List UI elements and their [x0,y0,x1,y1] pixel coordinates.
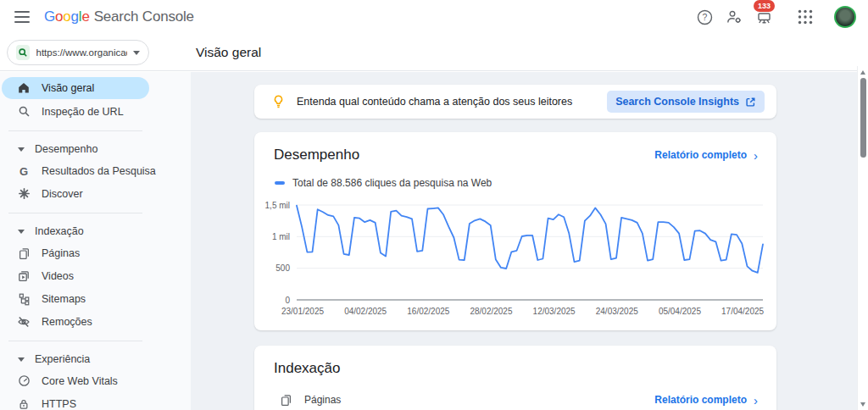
svg-text:0: 0 [285,296,290,305]
sidebar-divider [8,213,142,213]
sidebar-item-label: Sitemaps [42,293,86,305]
sidebar-section-experiencia[interactable]: Experiência [0,349,191,369]
sidebar-item-label: Inspeção de URL [42,106,124,118]
svg-text:04/02/2025: 04/02/2025 [344,307,387,316]
svg-text:28/02/2025: 28/02/2025 [470,307,512,316]
cwv-icon [17,374,31,388]
svg-text:12/03/2025: 12/03/2025 [533,307,576,316]
chevron-down-icon [133,51,140,55]
sidebar-item-resultados-da-pesquisa[interactable]: GResultados da Pesquisa [0,159,149,182]
apps-grid-icon[interactable] [794,6,816,28]
indexing-pages-row: Páginas Relatório completo › [254,393,776,407]
pages-icon [17,247,31,260]
property-url: https://www.organicadi... [36,47,127,58]
scroll-up-arrow[interactable] [860,70,865,75]
help-icon[interactable]: ? [693,6,715,28]
svg-text:23/01/2025: 23/01/2025 [281,307,324,316]
app-logo-label: Search Console [94,8,194,25]
sidebar-item-label: Visão geral [42,82,94,94]
search-console-insights-button[interactable]: Search Console Insights [607,91,765,113]
home-icon [17,81,31,95]
svg-text:05/04/2025: 05/04/2025 [659,307,701,316]
chevron-right-icon: › [754,149,758,162]
sidebar-item-visao-geral[interactable]: Visão geral [2,77,149,99]
external-link-icon [745,97,756,108]
sidebar-divider [8,130,142,131]
indexing-full-report-link[interactable]: Relatório completo › [654,394,758,407]
sidebar-item-discover[interactable]: Discover [0,182,149,205]
indexing-row-label: Páginas [304,394,341,406]
sidebar-item-label: Videos [42,270,74,282]
sidebar-divider [8,341,142,341]
insights-button-label: Search Console Insights [615,96,739,108]
caret-down-icon [18,357,25,362]
sidebar-section-desempenho[interactable]: Desempenho [0,139,191,159]
report-link-label: Relatório completo [654,394,747,406]
report-link-label: Relatório completo [654,149,747,161]
sidebar-item-paginas[interactable]: Páginas [0,241,149,264]
sidebar: Visão geralInspeção de URLDesempenhoGRes… [0,72,191,410]
property-selector[interactable]: https://www.organicadi... [7,40,149,65]
sidebar-section-indexacao[interactable]: Indexação [0,221,191,241]
menu-icon[interactable] [12,7,32,27]
svg-text:500: 500 [275,263,290,273]
sidebar-item-label: Discover [42,188,83,200]
indexing-card-title: Indexação [274,360,340,377]
search-icon [17,105,31,119]
section-label: Experiência [35,353,90,365]
sidebar-item-label: Core Web Vitals [42,375,118,387]
scrollbar-thumb[interactable] [860,78,866,158]
sidebar-item-sitemaps[interactable]: Sitemaps [0,287,149,310]
scroll-down-arrow[interactable] [860,402,865,407]
sidebar-item-label: HTTPS [42,398,76,410]
top-bar: Google Search Console ? 133 [0,0,868,34]
user-settings-icon[interactable] [723,6,745,28]
pages-icon [280,393,293,407]
sidebar-item-core-web-vitals[interactable]: Core Web Vitals [0,369,149,392]
app-logo: Google Search Console [44,8,194,25]
announcements-icon[interactable]: 133 [753,6,775,28]
g-icon: G [17,164,31,178]
subheader: https://www.organicadi... Visão geral [0,34,868,71]
svg-text:1 mil: 1 mil [272,232,290,241]
caret-down-icon [18,230,25,234]
performance-card-title: Desempenho [274,147,359,163]
svg-text:G: G [19,164,28,177]
performance-full-report-link[interactable]: Relatório completo › [654,149,758,162]
svg-text:1,5 mil: 1,5 mil [265,201,290,210]
vertical-scrollbar[interactable] [857,66,868,410]
page-title: Visão geral [196,45,261,60]
caret-down-icon [18,147,25,152]
insights-banner: Entenda qual conteúdo chama a atenção do… [254,85,776,119]
clicks-line-chart[interactable]: 05001 mil1,5 mil23/01/202504/02/202516/0… [254,185,776,320]
sidebar-item-label: Páginas [42,247,80,259]
section-label: Indexação [35,225,84,237]
svg-text:24/03/2025: 24/03/2025 [596,307,638,316]
svg-text:17/04/2025: 17/04/2025 [721,307,764,316]
section-label: Desempenho [35,143,97,155]
main-area: Visão geralInspeção de URLDesempenhoGRes… [0,72,868,410]
sitemaps-icon [17,292,31,306]
sidebar-item-https[interactable]: HTTPS [0,392,149,410]
svg-text:?: ? [702,12,707,22]
google-logo-text: Google [44,8,90,25]
sidebar-item-label: Remoções [42,316,92,328]
sidebar-item-inspecao-de-url[interactable]: Inspeção de URL [0,100,149,123]
discover-icon [17,187,31,201]
indexing-card: Indexação Páginas Relatório completo › [254,346,776,410]
removals-icon [17,315,31,329]
avatar[interactable] [834,6,856,28]
lightbulb-icon [271,94,286,109]
videos-icon [17,269,31,283]
sidebar-item-label: Resultados da Pesquisa [42,165,156,177]
banner-text: Entenda qual conteúdo chama a atenção do… [297,96,572,108]
property-icon [16,45,30,60]
performance-card: Desempenho Relatório completo › Total de… [254,132,776,330]
app-root: Google Search Console ? 133 [0,0,868,410]
svg-text:16/02/2025: 16/02/2025 [407,307,449,316]
sidebar-item-videos[interactable]: Videos [0,264,149,287]
https-icon [17,397,31,410]
chevron-right-icon: › [754,394,758,407]
sidebar-item-remocoes[interactable]: Remoções [0,310,149,333]
notification-badge: 133 [754,0,775,12]
